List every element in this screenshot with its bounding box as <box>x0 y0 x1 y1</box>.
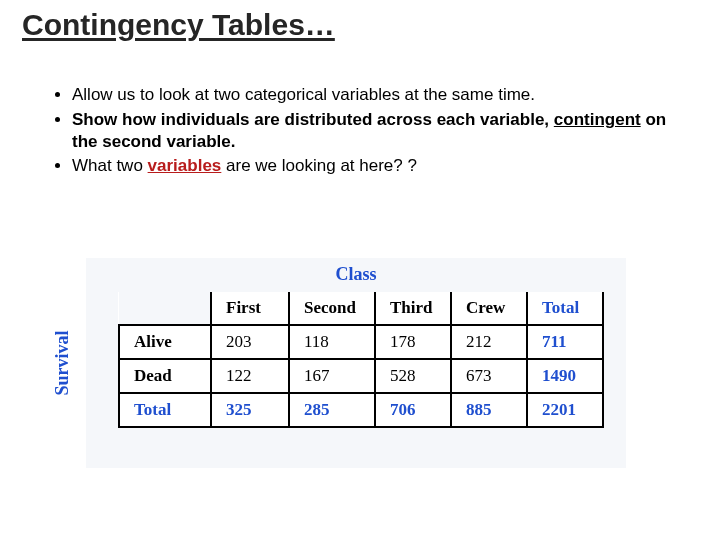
row-dead-label: Dead <box>119 359 211 393</box>
cell-total-first: 325 <box>211 393 289 427</box>
cell-dead-second: 167 <box>289 359 375 393</box>
cell-total-second: 285 <box>289 393 375 427</box>
cell-total-crew: 885 <box>451 393 527 427</box>
header-row: First Second Third Crew Total <box>119 292 603 325</box>
bullet-3-pre: What two <box>72 156 148 175</box>
header-total: Total <box>527 292 603 325</box>
cell-total-total: 2201 <box>527 393 603 427</box>
bullet-2: Show how individuals are distributed acr… <box>72 109 696 153</box>
bullet-3-post: are we looking at here? ? <box>221 156 417 175</box>
bullet-3: What two variables are we looking at her… <box>72 155 696 177</box>
row-alive: Alive 203 118 178 212 711 <box>119 325 603 359</box>
header-second: Second <box>289 292 375 325</box>
cell-alive-crew: 212 <box>451 325 527 359</box>
cell-dead-first: 122 <box>211 359 289 393</box>
cell-alive-third: 178 <box>375 325 451 359</box>
cell-alive-first: 203 <box>211 325 289 359</box>
row-dead: Dead 122 167 528 673 1490 <box>119 359 603 393</box>
row-alive-label: Alive <box>119 325 211 359</box>
cell-dead-third: 528 <box>375 359 451 393</box>
bullet-2-contingent: contingent <box>554 110 641 129</box>
bullet-1: Allow us to look at two categorical vari… <box>72 84 696 106</box>
cell-total-third: 706 <box>375 393 451 427</box>
cell-dead-total: 1490 <box>527 359 603 393</box>
header-crew: Crew <box>451 292 527 325</box>
cell-alive-total: 711 <box>527 325 603 359</box>
contingency-table-region: Class Survival First Second Third Crew T… <box>86 258 626 468</box>
cell-alive-second: 118 <box>289 325 375 359</box>
bullet-2-pre: Show how individuals are distributed acr… <box>72 110 554 129</box>
cell-dead-crew: 673 <box>451 359 527 393</box>
header-corner <box>119 292 211 325</box>
row-total: Total 325 285 706 885 2201 <box>119 393 603 427</box>
header-first: First <box>211 292 289 325</box>
row-total-label: Total <box>119 393 211 427</box>
column-variable-label: Class <box>86 264 626 285</box>
header-third: Third <box>375 292 451 325</box>
bullet-list: Allow us to look at two categorical vari… <box>46 84 696 180</box>
contingency-table: First Second Third Crew Total Alive 203 … <box>118 292 604 428</box>
slide-title: Contingency Tables… <box>22 8 335 42</box>
bullet-3-variables: variables <box>148 156 222 175</box>
